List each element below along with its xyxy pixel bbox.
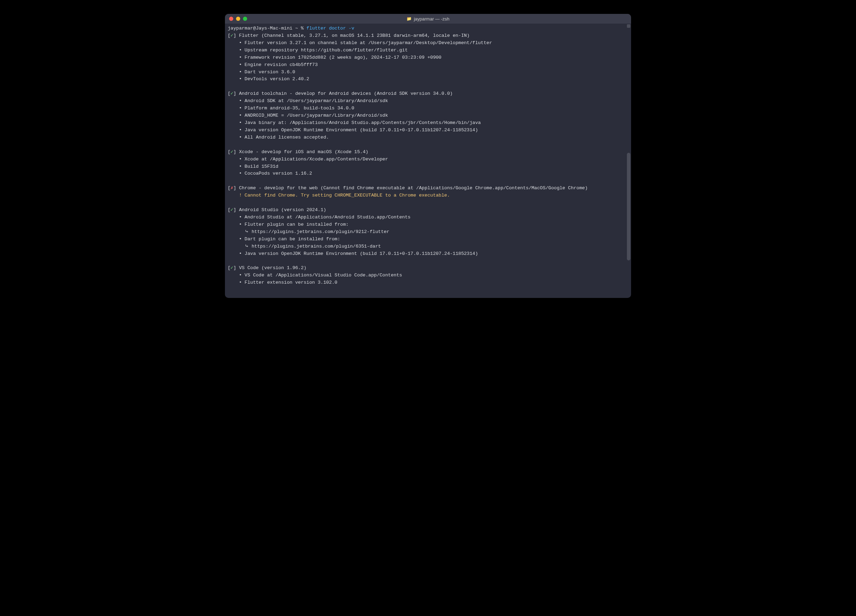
- blank-line: [228, 177, 628, 185]
- minimize-button[interactable]: [236, 17, 240, 21]
- section-header: [✓] Flutter (Channel stable, 3.27.1, on …: [228, 32, 628, 40]
- section-item: ! Cannot find Chrome. Try setting CHROME…: [228, 192, 628, 199]
- blank-line: [228, 258, 628, 265]
- section-item: ⤷ https://plugins.jetbrains.com/plugin/9…: [228, 228, 628, 236]
- indent: [228, 229, 245, 234]
- window-title: 📁 jayparmar — -zsh: [229, 16, 627, 22]
- item-text: All Android licenses accepted.: [245, 135, 329, 140]
- section-header: [✓] Xcode - develop for iOS and macOS (X…: [228, 149, 628, 156]
- bullet-icon: •: [228, 222, 245, 227]
- section-item: • Java version OpenJDK Runtime Environme…: [228, 250, 628, 258]
- bullet-icon: •: [228, 40, 245, 46]
- scrollbar-thumb[interactable]: [627, 153, 630, 260]
- section-item: • Engine revision cb4b5fff73: [228, 62, 628, 69]
- item-text: Xcode at /Applications/Xcode.app/Content…: [245, 157, 388, 162]
- link-icon: ⤷: [245, 229, 252, 234]
- prompt-line: jayparmar@Jays-Mac-mini ~ % flutter doct…: [228, 25, 628, 32]
- item-text: Java binary at: /Applications/Android St…: [245, 120, 481, 125]
- bracket-open: [: [228, 207, 231, 213]
- maximize-button[interactable]: [243, 17, 247, 21]
- item-text: VS Code at /Applications/Visual Studio C…: [245, 273, 402, 278]
- bracket-open: [: [228, 91, 231, 96]
- item-text: Upstream repository https://github.com/f…: [245, 48, 408, 53]
- item-link-text: https://plugins.jetbrains.com/plugin/921…: [252, 229, 390, 234]
- scrollbar-top-marker: [627, 24, 630, 28]
- bullet-icon: •: [228, 48, 245, 53]
- titlebar[interactable]: 📁 jayparmar — -zsh: [225, 14, 631, 24]
- item-text: Framework revision 17025dd882 (2 weeks a…: [245, 55, 442, 60]
- section-item: • Java binary at: /Applications/Android …: [228, 119, 628, 127]
- bracket-open: [: [228, 265, 231, 271]
- section-item: • Dart version 3.6.0: [228, 69, 628, 76]
- section-item: • All Android licenses accepted.: [228, 134, 628, 141]
- bullet-icon: •: [228, 135, 245, 140]
- bracket-open: [: [228, 185, 231, 191]
- section-title: VS Code (version 1.96.2): [239, 265, 306, 271]
- item-text: Flutter version 3.27.1 on channel stable…: [245, 40, 492, 46]
- item-text: Java version OpenJDK Runtime Environment…: [245, 128, 478, 132]
- window-title-text: jayparmar — -zsh: [414, 16, 450, 22]
- item-text: Platform android-35, build-tools 34.0.0: [245, 106, 354, 111]
- section-header: [✓] Android toolchain - develop for Andr…: [228, 90, 628, 98]
- bullet-icon: •: [228, 164, 245, 169]
- bracket-close: ]: [233, 207, 239, 213]
- bullet-icon: •: [228, 280, 245, 285]
- terminal-body[interactable]: jayparmar@Jays-Mac-mini ~ % flutter doct…: [225, 24, 631, 298]
- indent: [228, 244, 245, 249]
- item-text: Dart version 3.6.0: [245, 69, 296, 75]
- item-text: Dart plugin can be installed from:: [245, 236, 340, 242]
- bracket-close: ]: [233, 265, 239, 271]
- section-item: • Flutter version 3.27.1 on channel stab…: [228, 40, 628, 47]
- section-item: • Build 15F31d: [228, 163, 628, 171]
- section-title: Android toolchain - develop for Android …: [239, 91, 453, 96]
- bullet-icon: •: [228, 236, 245, 242]
- section-item: • DevTools version 2.40.2: [228, 76, 628, 83]
- section-item: • Android Studio at /Applications/Androi…: [228, 214, 628, 221]
- item-text: ANDROID_HOME = /Users/jayparmar/Library/…: [245, 113, 388, 118]
- blank-line: [228, 141, 628, 149]
- traffic-lights: [229, 17, 247, 21]
- item-text: Flutter extension version 3.102.0: [245, 280, 337, 285]
- prompt-command: flutter doctor -v: [306, 26, 354, 31]
- item-link-text: https://plugins.jetbrains.com/plugin/635…: [252, 244, 381, 249]
- bracket-close: ]: [233, 91, 239, 96]
- bracket-open: [: [228, 33, 231, 38]
- section-title: Xcode - develop for iOS and macOS (Xcode…: [239, 149, 368, 154]
- item-text: Android Studio at /Applications/Android …: [245, 215, 411, 220]
- bullet-icon: •: [228, 62, 245, 67]
- item-text: Flutter plugin can be installed from:: [245, 222, 349, 227]
- section-title: Flutter (Channel stable, 3.27.1, on macO…: [239, 33, 469, 38]
- section-title: Chrome - develop for the web (Cannot fin…: [239, 185, 588, 191]
- prompt-user-host: jayparmar@Jays-Mac-mini ~ %: [228, 26, 306, 31]
- blank-line: [228, 199, 628, 206]
- section-header: [✓] Android Studio (version 2024.1): [228, 206, 628, 214]
- section-item: • Framework revision 17025dd882 (2 weeks…: [228, 54, 628, 62]
- section-header: [✓] VS Code (version 1.96.2): [228, 265, 628, 272]
- bullet-icon: •: [228, 69, 245, 75]
- section-title: Android Studio (version 2024.1): [239, 207, 326, 213]
- section-item: • Platform android-35, build-tools 34.0.…: [228, 105, 628, 112]
- bullet-icon: •: [228, 128, 245, 132]
- item-text: Java version OpenJDK Runtime Environment…: [245, 251, 478, 256]
- item-text: CocoaPods version 1.16.2: [245, 171, 312, 176]
- item-text: Engine revision cb4b5fff73: [245, 62, 318, 67]
- section-item: ⤷ https://plugins.jetbrains.com/plugin/6…: [228, 243, 628, 250]
- bullet-icon: •: [228, 76, 245, 82]
- item-text: Android SDK at /Users/jayparmar/Library/…: [245, 98, 388, 103]
- section-item: • Android SDK at /Users/jayparmar/Librar…: [228, 98, 628, 105]
- bullet-icon: •: [228, 120, 245, 125]
- bullet-icon: •: [228, 215, 245, 220]
- close-button[interactable]: [229, 17, 233, 21]
- link-icon: ⤷: [245, 244, 252, 249]
- section-item: • CocoaPods version 1.16.2: [228, 170, 628, 177]
- item-text: DevTools version 2.40.2: [245, 76, 309, 82]
- section-header: [✗] Chrome - develop for the web (Cannot…: [228, 185, 628, 192]
- section-item: • ANDROID_HOME = /Users/jayparmar/Librar…: [228, 112, 628, 119]
- bullet-icon: •: [228, 106, 245, 111]
- scrollbar-track[interactable]: [627, 24, 630, 297]
- bullet-icon: •: [228, 157, 245, 162]
- bracket-close: ]: [233, 149, 239, 154]
- bullet-icon: •: [228, 251, 245, 256]
- section-item: • Flutter plugin can be installed from:: [228, 221, 628, 228]
- bullet-icon: •: [228, 171, 245, 176]
